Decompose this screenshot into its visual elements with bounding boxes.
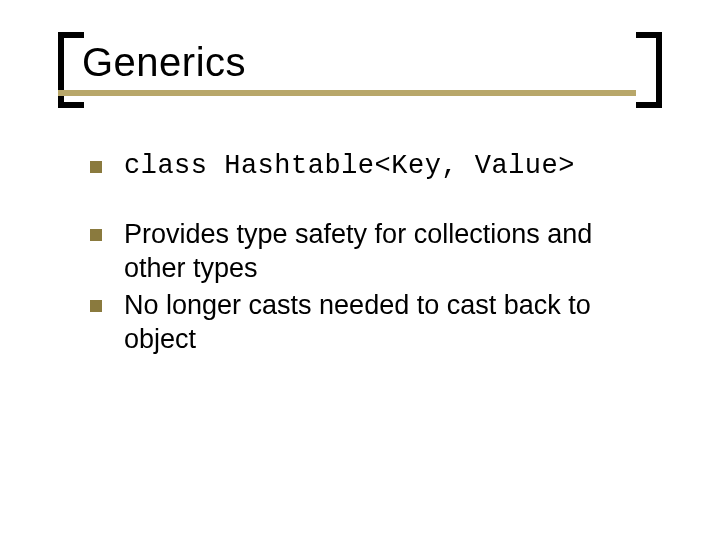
content-area: class Hashtable<Key, Value> Provides typ… xyxy=(90,150,660,391)
bullet-text-code: class Hashtable<Key, Value> xyxy=(124,150,660,184)
slide: Generics class Hashtable<Key, Value> Pro… xyxy=(0,0,720,540)
square-bullet-icon xyxy=(90,229,102,241)
bracket-right-icon xyxy=(636,32,662,108)
list-item: No longer casts needed to cast back to o… xyxy=(90,289,660,357)
list-item: Provides type safety for collections and… xyxy=(90,218,660,286)
bullet-text: Provides type safety for collections and… xyxy=(124,218,660,286)
square-bullet-icon xyxy=(90,161,102,173)
title-area: Generics xyxy=(58,38,662,108)
square-bullet-icon xyxy=(90,300,102,312)
list-item: class Hashtable<Key, Value> xyxy=(90,150,660,184)
page-title: Generics xyxy=(82,40,246,85)
bracket-left-icon xyxy=(58,32,84,108)
bullet-text: No longer casts needed to cast back to o… xyxy=(124,289,660,357)
title-underline xyxy=(58,90,636,96)
